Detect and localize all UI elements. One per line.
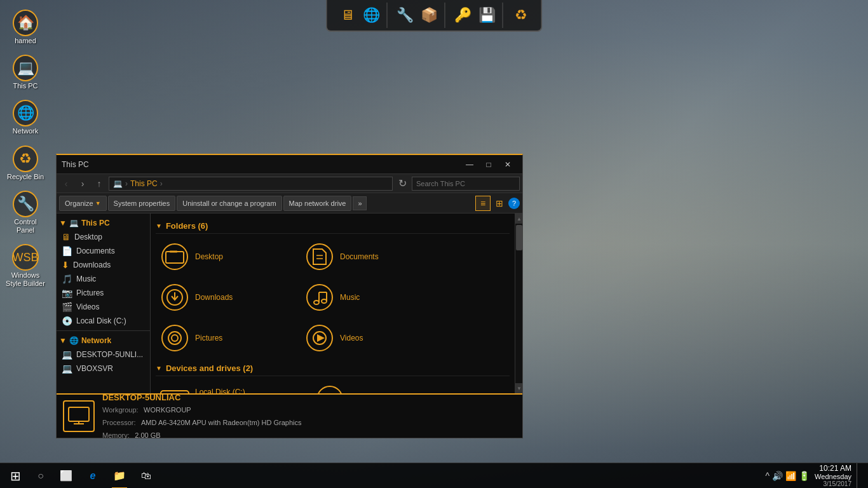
breadcrumb-computer-icon: 💻: [113, 179, 123, 188]
maximize-button[interactable]: □: [479, 158, 498, 172]
tray-network-icon[interactable]: 📶: [785, 471, 796, 481]
up-button[interactable]: ↑: [92, 177, 106, 191]
sidebar-local-disk-icon: 💿: [62, 316, 72, 326]
view-tiles-button[interactable]: ⊞: [492, 196, 507, 211]
clock-time: 10:21 AM: [815, 464, 851, 473]
desktop-icon-hamed-label: hamed: [15, 37, 36, 45]
folder-documents[interactable]: Documents: [301, 239, 440, 274]
close-button[interactable]: ✕: [498, 158, 517, 172]
svg-point-17: [172, 335, 178, 341]
titlebar-controls: — □ ✕: [460, 158, 517, 172]
sidebar-vboxsvr-icon: 💻: [62, 363, 72, 374]
titlebar-title: This PC: [62, 160, 460, 169]
taskbar-edge-button[interactable]: e: [80, 463, 105, 489]
forward-button[interactable]: ›: [76, 177, 90, 191]
folder-documents-icon: [304, 241, 335, 272]
view-help-button[interactable]: ?: [508, 198, 520, 209]
status-memory-row: Memory: 2.00 GB: [102, 429, 302, 440]
sidebar-item-documents[interactable]: 📄 Documents: [57, 244, 150, 258]
clock-day-date: 3/15/2017: [815, 480, 851, 487]
desktop-icon-network-label: Network: [13, 127, 38, 135]
svg-rect-29: [69, 407, 89, 421]
task-view-button[interactable]: ⬜: [53, 463, 79, 489]
toolbar-icon-wrench[interactable]: 🔧: [394, 4, 417, 27]
drive-cd-drive-d[interactable]: CD Drive (D:): [311, 381, 400, 393]
back-button[interactable]: ‹: [59, 177, 73, 191]
tray-battery-icon[interactable]: 🔋: [799, 471, 810, 481]
toolbar-icon-key[interactable]: 🔑: [452, 4, 475, 27]
uninstall-button[interactable]: Uninstall or change a program: [177, 196, 281, 211]
search-input[interactable]: [412, 177, 520, 191]
taskbar-pinned-apps: e 📁 🛍: [80, 463, 159, 489]
scroll-down-button[interactable]: ▼: [515, 383, 522, 393]
desktop-icon-hamed[interactable]: 🏠 hamed: [3, 6, 48, 49]
scrollbar[interactable]: ▲ ▼: [515, 214, 522, 393]
sidebar-this-pc-icon: 💻: [69, 219, 79, 227]
drive-local-disk-c[interactable]: Local Disk (C:) 19.6 GB free of 31.5 GB: [156, 381, 301, 393]
toolbar-icon-globe[interactable]: 🌐: [360, 4, 383, 27]
desktop-icon-control-panel[interactable]: 🔧 Control Panel: [3, 187, 48, 238]
search-button[interactable]: ○: [29, 464, 52, 487]
minimize-button[interactable]: —: [460, 158, 479, 172]
taskbar-store-button[interactable]: 🛍: [133, 463, 159, 489]
drives-section-header[interactable]: ▼ Devices and drives (2): [156, 363, 510, 376]
organize-button[interactable]: Organize ▼: [59, 196, 107, 211]
sidebar-item-vboxsvr[interactable]: 💻 VBOXSVR: [57, 362, 150, 376]
tray-speaker-icon[interactable]: 🔊: [772, 471, 783, 481]
drives-arrow: ▼: [156, 365, 162, 372]
svg-point-11: [322, 299, 327, 303]
folders-grid: Desktop Documents: [156, 239, 510, 356]
start-button[interactable]: ⊞: [3, 463, 28, 489]
folder-pictures[interactable]: Pictures: [156, 320, 295, 356]
clock[interactable]: 10:21 AM Wednesday 3/15/2017: [815, 464, 851, 487]
map-network-drive-button[interactable]: Map network drive: [283, 196, 352, 211]
toolbar-icon-recycle[interactable]: ♻: [510, 4, 532, 27]
file-explorer-window: This PC — □ ✕ ‹ › ↑ 💻 › This PC › ↻ Orga…: [56, 154, 523, 438]
svg-rect-2: [170, 250, 177, 253]
sidebar-item-downloads[interactable]: ⬇ Downloads: [57, 258, 150, 272]
sidebar-this-pc-header[interactable]: ▼ 💻 This PC: [57, 216, 150, 230]
scroll-up-button[interactable]: ▲: [515, 214, 522, 224]
tray-chevron[interactable]: ^: [766, 471, 770, 481]
taskbar-explorer-button[interactable]: 📁: [107, 463, 132, 489]
toolbar-icon-disk[interactable]: 💾: [476, 4, 499, 27]
status-computer-icon: [63, 400, 95, 432]
scroll-thumb[interactable]: [516, 225, 522, 250]
view-details-button[interactable]: ≡: [475, 196, 491, 211]
sidebar-this-pc-label: This PC: [81, 219, 110, 227]
sidebar-item-desktop[interactable]: 🖥 Desktop: [57, 230, 150, 244]
folders-section-header[interactable]: ▼ Folders (6): [156, 221, 510, 234]
folder-desktop-icon: [159, 241, 190, 272]
folders-arrow: ▼: [156, 222, 162, 229]
system-properties-button[interactable]: System properties: [108, 196, 176, 211]
sidebar-item-music[interactable]: 🎵 Music: [57, 272, 150, 286]
sidebar-network-arrow: ▼: [59, 336, 67, 345]
sidebar-item-desktop5unl[interactable]: 💻 DESKTOP-5UNLI...: [57, 348, 150, 362]
toolbar-more-button[interactable]: »: [353, 196, 367, 210]
sidebar-item-pictures[interactable]: 📷 Pictures: [57, 286, 150, 300]
svg-point-15: [162, 325, 187, 351]
breadcrumb[interactable]: 💻 › This PC ›: [109, 177, 393, 191]
desktop-icon-windows-style-builder[interactable]: WSB WindowsStyle Builder: [3, 241, 48, 292]
drives-section-label: Devices and drives (2): [166, 363, 253, 373]
drives-grid: Local Disk (C:) 19.6 GB free of 31.5 GB: [156, 381, 510, 393]
svg-rect-1: [166, 252, 184, 263]
desktop-icon-this-pc[interactable]: 💻 This PC: [3, 51, 48, 94]
folder-desktop[interactable]: Desktop: [156, 239, 295, 274]
toolbar-icon-blocks[interactable]: 📦: [418, 4, 441, 27]
svg-point-10: [314, 301, 319, 304]
sidebar-network-header[interactable]: ▼ 🌐 Network: [57, 334, 150, 348]
desktop-icon-network[interactable]: 🌐 Network: [3, 97, 48, 139]
folder-videos[interactable]: Videos: [301, 320, 440, 356]
folder-downloads[interactable]: Downloads: [156, 280, 295, 315]
toolbar-icon-monitor[interactable]: 🖥: [336, 4, 359, 27]
folder-music[interactable]: Music: [301, 280, 440, 315]
svg-point-16: [168, 332, 181, 344]
desktop-icon-recycle-bin[interactable]: ♻ Recycle Bin: [3, 142, 48, 185]
folder-pictures-icon: [159, 323, 190, 353]
status-memory-value: 2.00 GB: [135, 431, 160, 439]
refresh-button[interactable]: ↻: [395, 177, 409, 191]
show-desktop-button[interactable]: [857, 463, 860, 489]
sidebar-item-local-disk[interactable]: 💿 Local Disk (C:): [57, 314, 150, 328]
sidebar-item-videos[interactable]: 🎬 Videos: [57, 300, 150, 314]
